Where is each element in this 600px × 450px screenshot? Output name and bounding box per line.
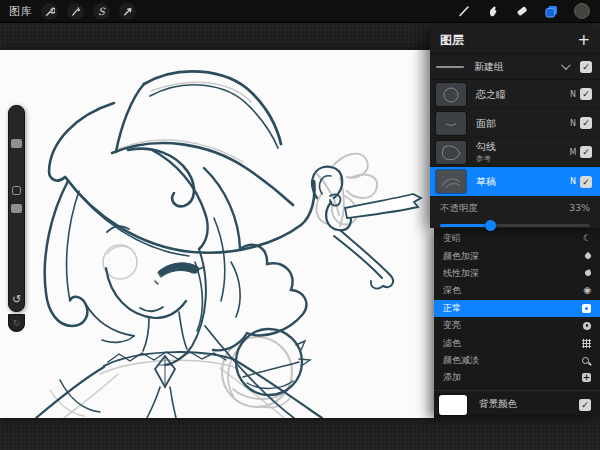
layers-panel-title: 图层 [440, 32, 464, 49]
darker-color-icon: ◉ [583, 286, 591, 295]
adjustments-wand-icon [70, 6, 81, 17]
layer-row[interactable]: 面部 N ✓ [430, 109, 600, 138]
gallery-button[interactable]: 图库 [9, 4, 32, 19]
layers-button-active[interactable] [544, 4, 559, 19]
blend-mode-menu: 变暗 ☾ 颜色加深 线性加深 深色 ◉ 正常 变亮 滤色 颜色减淡 [434, 228, 600, 415]
blend-mode-badge[interactable]: N [566, 119, 580, 128]
opacity-value: 33% [569, 202, 590, 215]
wrench-icon [44, 6, 55, 17]
linear-burn-drop-icon [584, 270, 592, 278]
layer-visibility-checkbox[interactable]: ✓ [580, 176, 592, 188]
color-burn-drop-icon [584, 252, 592, 260]
adjustments-button[interactable] [67, 3, 84, 20]
layer-row-selected[interactable]: 草稿 N ✓ [430, 167, 600, 196]
group-name: 新建组 [474, 60, 504, 74]
layer-name: 面部 [476, 118, 496, 129]
blend-option-normal-selected[interactable]: 正常 [434, 300, 600, 317]
drawing-canvas[interactable] [0, 50, 434, 418]
opacity-section: 不透明度 33% [430, 196, 600, 227]
menu-divider [434, 390, 600, 391]
eraser-button[interactable] [515, 4, 529, 18]
layer-thumbnail [436, 170, 466, 193]
layer-reference-subtitle: 参考 [476, 154, 491, 163]
group-stack-icon [436, 66, 464, 68]
top-toolbar: 图库 S [0, 0, 600, 23]
chevron-down-icon[interactable] [561, 60, 571, 70]
blend-option-lighten[interactable]: 变亮 [434, 317, 600, 334]
blend-mode-badge[interactable]: N [566, 90, 580, 99]
layer-visibility-checkbox[interactable]: ✓ [580, 146, 592, 158]
blend-mode-badge[interactable]: M [566, 148, 580, 157]
background-color-label: 背景颜色 [479, 398, 517, 411]
smudge-finger-button[interactable] [486, 4, 500, 18]
procreate-app: 图库 S [0, 0, 600, 450]
modify-button[interactable] [12, 186, 21, 195]
add-plus-icon: + [582, 373, 591, 382]
undo-button[interactable]: ↺ [9, 294, 24, 305]
blend-option-darken[interactable]: 变暗 ☾ [434, 230, 600, 247]
selection-s-icon: S [98, 6, 105, 17]
layer-thumbnail [436, 112, 466, 135]
layer-thumbnail [436, 83, 466, 106]
actions-wrench-button[interactable] [41, 3, 58, 20]
brush-opacity-slider[interactable] [11, 204, 22, 213]
add-layer-button[interactable]: + [577, 33, 590, 48]
normal-square-icon [582, 304, 591, 313]
blend-option-screen[interactable]: 滤色 [434, 334, 600, 351]
transform-button[interactable] [119, 3, 136, 20]
selection-button[interactable]: S [93, 3, 110, 20]
color-swatch-button[interactable] [574, 3, 590, 19]
layer-name: 草稿 [476, 176, 496, 187]
brush-sidebar: ↺ [8, 105, 25, 312]
layer-row[interactable]: 勾线 参考 M ✓ [430, 138, 600, 167]
color-dodge-icon [582, 357, 589, 364]
redo-button[interactable]: ↻ [8, 314, 25, 332]
group-visibility-checkbox[interactable]: ✓ [580, 61, 592, 73]
blend-mode-badge[interactable]: N [566, 177, 580, 186]
lighten-circle-icon [583, 322, 591, 330]
layer-name: 恋之瞳 [476, 89, 506, 100]
layer-row[interactable]: 恋之瞳 N ✓ [430, 80, 600, 109]
layer-visibility-checkbox[interactable]: ✓ [580, 117, 592, 129]
layer-visibility-checkbox[interactable]: ✓ [580, 88, 592, 100]
brush-size-slider[interactable] [11, 139, 22, 148]
background-color-row[interactable]: 背景颜色 ✓ [434, 393, 600, 417]
blend-option-darker-color[interactable]: 深色 ◉ [434, 282, 600, 299]
blend-option-linear-burn[interactable]: 线性加深 [434, 265, 600, 282]
canvas-artwork [0, 50, 434, 418]
layer-name: 勾线 参考 [476, 141, 496, 163]
opacity-slider-knob[interactable] [485, 220, 496, 231]
blend-option-add[interactable]: 添加 + [434, 369, 600, 386]
transform-arrow-icon [122, 6, 133, 17]
blend-option-color-dodge[interactable]: 颜色减淡 [434, 352, 600, 369]
background-visibility-checkbox[interactable]: ✓ [579, 399, 591, 411]
background-color-swatch[interactable] [439, 395, 467, 415]
layer-group-row[interactable]: 新建组 ✓ [430, 54, 600, 80]
brush-button[interactable] [457, 4, 471, 18]
darken-moon-icon: ☾ [583, 234, 591, 243]
layers-panel: 图层 + 新建组 ✓ 恋之瞳 N ✓ 面部 N ✓ [430, 28, 600, 228]
blend-option-color-burn[interactable]: 颜色加深 [434, 247, 600, 264]
screen-grid-icon [582, 339, 591, 348]
layer-thumbnail [436, 141, 466, 164]
opacity-label: 不透明度 [440, 202, 478, 215]
opacity-slider[interactable] [440, 224, 590, 227]
